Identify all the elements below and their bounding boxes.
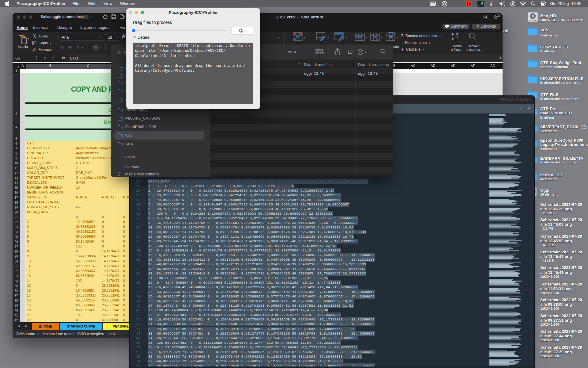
svg-text:Z: Z	[452, 37, 454, 40]
svg-text:▾: ▾	[323, 51, 325, 54]
svg-text:▾: ▾	[365, 51, 366, 54]
svg-text:A: A	[452, 33, 454, 36]
